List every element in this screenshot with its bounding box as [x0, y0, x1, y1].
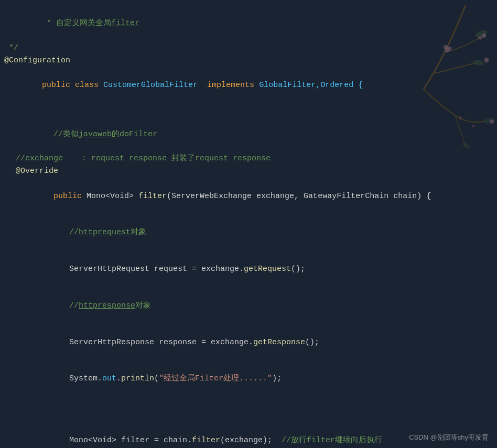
- code-line: public class CustomerGlobalFilter implem…: [0, 67, 497, 104]
- code-line: ServerHttpResponse response = exchange.g…: [0, 324, 497, 360]
- code-line: * 自定义网关全局filter: [0, 5, 497, 42]
- code-line: @Override: [0, 165, 497, 178]
- code-line: */: [0, 42, 497, 54]
- code-line: [0, 410, 497, 422]
- code-line: ServerHttpRequest request = exchange.get…: [0, 251, 497, 288]
- code-line: //httpresponse对象: [0, 288, 497, 324]
- code-line: //httprequest对象: [0, 214, 497, 251]
- code-editor: * 自定义网关全局filter */ @Configuration public…: [0, 0, 497, 448]
- csdn-watermark: CSDN @别团等shy哥发育: [409, 432, 489, 443]
- code-line: public Mono<Void> filter(ServerWebExchan…: [0, 178, 497, 214]
- code-line: //exchange : request response 封装了request…: [0, 152, 497, 165]
- code-line: [0, 104, 497, 116]
- code-line: //类似javaweb的doFilter: [0, 116, 497, 153]
- code-line: [0, 397, 497, 410]
- code-block-main: * 自定义网关全局filter */ @Configuration public…: [0, 3, 497, 448]
- code-line: System.out.println("经过全局Filter处理......")…: [0, 360, 497, 397]
- code-line: @Configuration: [0, 54, 497, 67]
